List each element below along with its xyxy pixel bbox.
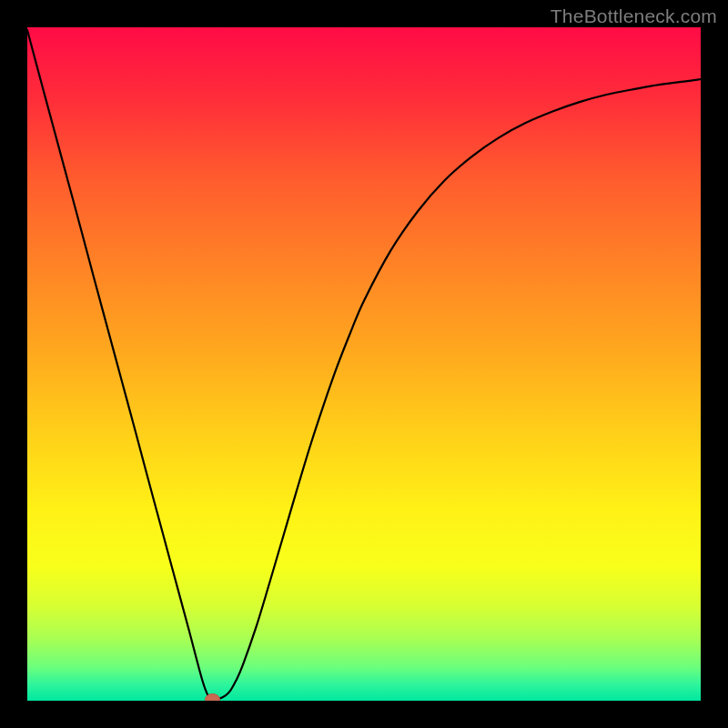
plot-area	[27, 27, 701, 701]
svg-rect-0	[27, 27, 701, 701]
gradient-background	[27, 27, 701, 701]
watermark-label: TheBottleneck.com	[551, 5, 717, 27]
chart-frame: TheBottleneck.com	[0, 0, 728, 728]
